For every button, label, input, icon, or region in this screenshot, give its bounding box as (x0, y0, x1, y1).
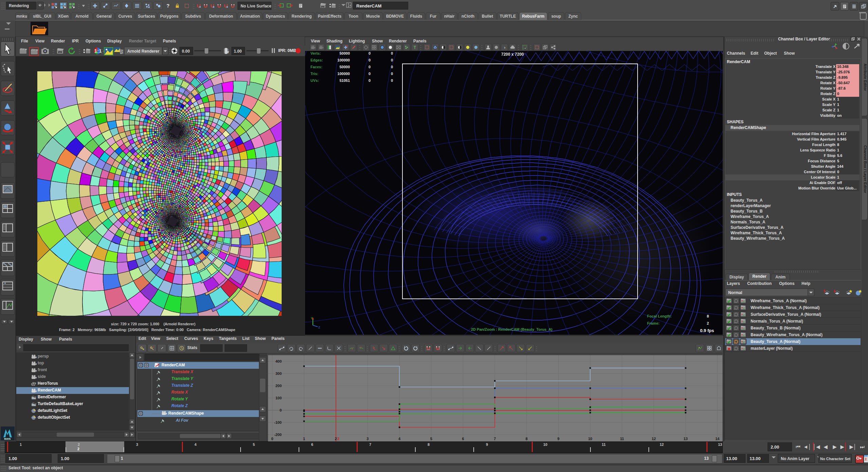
svg-text:300: 300 (276, 371, 282, 376)
svg-text:100: 100 (276, 396, 282, 400)
svg-text:0: 0 (280, 408, 282, 412)
svg-text:3: 3 (366, 437, 369, 441)
svg-text:2: 2 (337, 437, 339, 441)
svg-text:7: 7 (494, 437, 496, 441)
svg-text:Y: Y (227, 51, 229, 54)
svg-text:-200: -200 (274, 433, 282, 437)
svg-text:IPR: IPR (58, 51, 62, 53)
svg-text:Y: Y (311, 316, 313, 320)
svg-text:0: 0 (271, 437, 273, 441)
svg-text:13: 13 (683, 437, 687, 441)
svg-text:9: 9 (558, 437, 560, 441)
svg-text:5: 5 (430, 437, 432, 441)
svg-text:a: a (350, 4, 351, 6)
svg-text:1: 1 (303, 437, 305, 441)
svg-text:2: 2 (335, 437, 337, 441)
svg-text:8: 8 (526, 437, 528, 441)
svg-text:14: 14 (715, 437, 720, 441)
svg-text:Z: Z (318, 326, 320, 329)
svg-text:IPR: IPR (321, 6, 325, 8)
svg-text:12: 12 (652, 437, 656, 441)
svg-text:6: 6 (462, 437, 464, 441)
svg-text:10: 10 (588, 437, 592, 441)
svg-text:400: 400 (276, 359, 282, 363)
svg-text:MAYA: MAYA (4, 438, 11, 440)
svg-text:4: 4 (398, 437, 401, 441)
svg-text:-100: -100 (274, 420, 282, 424)
svg-text:200: 200 (276, 384, 282, 388)
svg-text:11: 11 (620, 437, 624, 441)
